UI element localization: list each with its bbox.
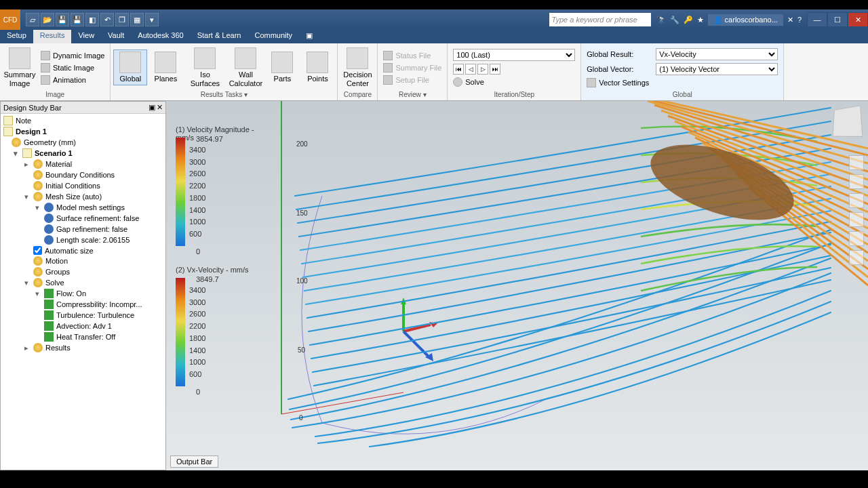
menu-autodesk360[interactable]: Autodesk 360	[131, 30, 190, 43]
tree-motion[interactable]: Motion	[2, 256, 164, 266]
titlebar-x-icon[interactable]: ✕	[787, 16, 793, 24]
summary-file-button[interactable]: Summary File	[380, 62, 444, 73]
tree-solve[interactable]: ▾Solve	[2, 277, 164, 288]
window-controls: — ☐ ✕	[807, 12, 868, 27]
qat-more-icon[interactable]: ▾	[145, 13, 159, 26]
solve-icon	[453, 77, 462, 87]
qat-undo-icon[interactable]: ↶	[100, 13, 114, 26]
tree-initial-conditions[interactable]: Initial Conditions	[2, 180, 164, 191]
summary-image-button[interactable]: Summary Image	[3, 46, 37, 88]
static-image-button[interactable]: Static Image	[38, 62, 107, 73]
tree-note[interactable]: Note	[2, 115, 164, 126]
menu-community[interactable]: Community	[248, 30, 299, 43]
tree-scenario1[interactable]: ▾Scenario 1	[2, 148, 164, 159]
menu-start-learn[interactable]: Start & Learn	[191, 30, 248, 43]
view-orbit-icon[interactable]	[849, 174, 864, 189]
view-more-icon[interactable]	[849, 250, 864, 265]
iteration-select[interactable]: 100 (Last)	[453, 49, 575, 61]
animation-button[interactable]: Animation	[38, 75, 107, 85]
menu-view[interactable]: View	[71, 30, 101, 43]
tree-auto-size[interactable]: Automatic size	[2, 245, 164, 256]
view-zoom-icon[interactable]	[849, 212, 864, 227]
tree-design1[interactable]: Design 1	[2, 126, 164, 137]
tree-flow[interactable]: ▾Flow: On	[2, 288, 164, 299]
next-step-button[interactable]: ▷	[477, 64, 488, 75]
user-menu[interactable]: 👤 carloscorbano...	[708, 14, 783, 26]
qat-paste-icon[interactable]: ▦	[130, 13, 144, 26]
tree-surface-refine[interactable]: Surface refinement: false	[2, 213, 164, 224]
qat-new-icon[interactable]: ▱	[26, 13, 39, 26]
qat-saveall-icon[interactable]: 💾	[71, 13, 84, 26]
group-label-results[interactable]: Results Tasks ▾	[113, 90, 334, 99]
wrench-icon[interactable]: 🔧	[670, 16, 679, 24]
tree-material[interactable]: ▸Material	[2, 159, 164, 169]
tree-model-mesh[interactable]: ▾Model mesh settings	[2, 202, 164, 213]
tree-groups[interactable]: Groups	[2, 266, 164, 277]
binoculars-icon[interactable]: 🔭	[656, 16, 666, 24]
prev-step-button[interactable]: ◁	[465, 64, 476, 75]
view-home-icon[interactable]	[849, 155, 864, 170]
first-step-button[interactable]: ⏮	[453, 64, 464, 75]
tree-heat[interactable]: Heat Transfer: Off	[2, 331, 164, 342]
view-fit-icon[interactable]	[849, 231, 864, 246]
last-step-button[interactable]: ⏭	[490, 64, 500, 75]
parts-button[interactable]: Parts	[265, 50, 299, 84]
summary-image-icon	[9, 47, 31, 69]
sidebar-pin-icon[interactable]: ▣	[149, 103, 155, 112]
help-icon[interactable]: ?	[797, 16, 802, 24]
global-vector-select[interactable]: (1) Velocity Vector	[656, 63, 778, 75]
qat-copy-icon[interactable]: ❐	[115, 13, 129, 26]
menu-setup[interactable]: Setup	[0, 30, 33, 43]
planes-icon	[155, 52, 176, 73]
view-cube[interactable]	[833, 105, 863, 137]
dynamic-image-button[interactable]: Dynamic Image	[38, 50, 107, 61]
close-button[interactable]: ✕	[848, 12, 868, 27]
menu-results[interactable]: Results	[33, 30, 72, 43]
auto-size-checkbox[interactable]	[33, 246, 42, 255]
mesh-icon	[33, 192, 43, 201]
qat-window-icon[interactable]: ◧	[85, 13, 99, 26]
tree-geometry[interactable]: Geometry (mm)	[2, 137, 164, 148]
view-pan-icon[interactable]	[849, 193, 864, 208]
legend2-ticks: 3400300026002200 180014001000600	[189, 286, 205, 378]
decision-center-button[interactable]: Decision Center	[340, 46, 374, 88]
tree-advection[interactable]: Advection: Adv 1	[2, 321, 164, 331]
setup-file-button[interactable]: Setup File	[380, 75, 444, 85]
tree-results[interactable]: ▸Results	[2, 342, 164, 353]
maximize-button[interactable]: ☐	[827, 12, 848, 27]
results-tree-icon	[33, 343, 43, 352]
star-icon[interactable]: ★	[697, 16, 704, 24]
tree-compress[interactable]: Compressbility: Incompr...	[2, 299, 164, 310]
points-button[interactable]: Points	[300, 50, 334, 84]
output-bar-tab[interactable]: Output Bar	[170, 455, 218, 468]
tree-length-scale[interactable]: Length scale: 2.06155	[2, 235, 164, 245]
group-label-review[interactable]: Review ▾	[380, 90, 444, 99]
design-study-bar: Design Study Bar ▣✕ Note Design 1 Geomet…	[0, 101, 166, 470]
view-toolbar	[849, 155, 864, 265]
tree-boundary-conditions[interactable]: Boundary Conditions	[2, 169, 164, 180]
sidebar-close-icon[interactable]: ✕	[157, 103, 163, 112]
planes-button[interactable]: Planes	[149, 50, 182, 84]
key-icon[interactable]: 🔑	[684, 16, 693, 24]
qat-open-icon[interactable]: 📂	[41, 13, 54, 26]
legend2-min: 0	[196, 388, 200, 396]
menu-vault[interactable]: Vault	[101, 30, 131, 43]
app-window: CFD ▱ 📂 💾 💾 ◧ ↶ ❐ ▦ ▾ Type a keyword or …	[0, 9, 868, 470]
qat-save-icon[interactable]: 💾	[56, 13, 69, 26]
tree-gap-refine[interactable]: Gap refinement: false	[2, 224, 164, 235]
solve-button[interactable]: Solve	[450, 77, 578, 87]
global-result-select[interactable]: Vx-Velocity	[656, 48, 778, 60]
tree-turbulence[interactable]: Turbulence: Turbulence	[2, 310, 164, 321]
status-file-button[interactable]: Status File	[380, 50, 444, 61]
search-input[interactable]: Type a keyword or phrase	[549, 13, 651, 26]
minimize-button[interactable]: —	[807, 12, 827, 27]
legend-vx-velocity: (2) Vx-Velocity - mm/s 3849.7 3400300026…	[176, 266, 257, 398]
vector-settings-button[interactable]: Vector Settings	[584, 77, 781, 88]
legend1-ticks: 3400300026002200 180014001000600	[189, 146, 205, 238]
wall-calculator-button[interactable]: Wall Calculator	[227, 46, 264, 88]
iso-surfaces-button[interactable]: Iso Surfaces	[184, 46, 226, 88]
tree-mesh-size[interactable]: ▾Mesh Size (auto)	[2, 191, 164, 202]
global-button[interactable]: Global	[113, 49, 147, 85]
3d-viewport[interactable]: 200 150 100 50 0 (1) Velocity Magnitude …	[166, 101, 868, 470]
menu-extra-icon[interactable]: ▣	[299, 30, 319, 43]
